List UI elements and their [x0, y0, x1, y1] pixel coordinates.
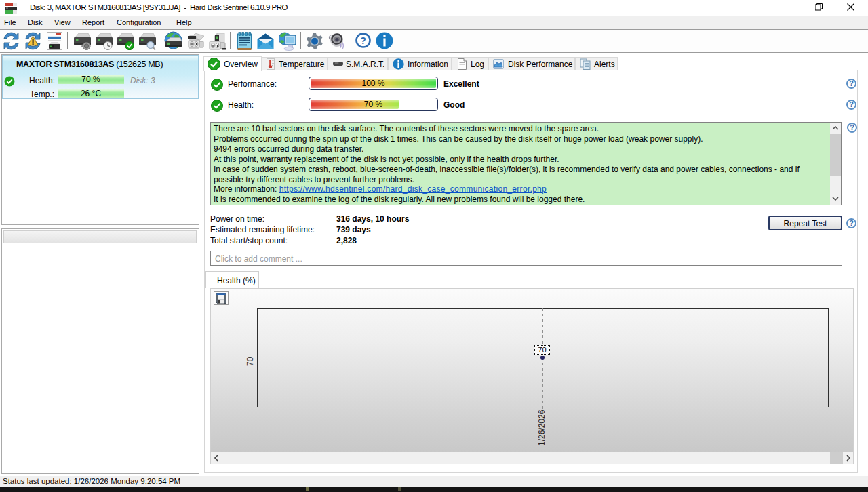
svg-text:?: ?	[360, 35, 366, 46]
